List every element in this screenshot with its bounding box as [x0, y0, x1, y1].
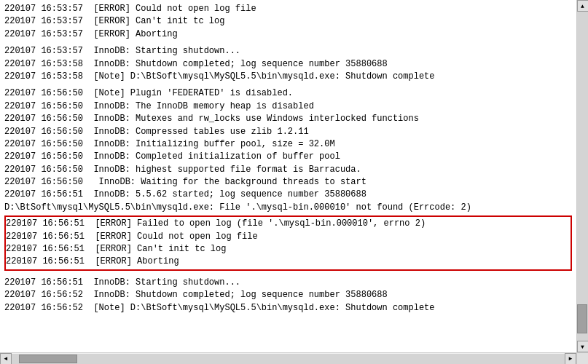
log-line-8: 220107 16:56:50 InnoDB: The InnoDB memor… — [4, 100, 572, 113]
scrollbar-corner — [576, 353, 588, 365]
log-line-10: 220107 16:56:50 InnoDB: Compressed table… — [4, 126, 572, 138]
scroll-up-button[interactable]: ▲ — [577, 0, 589, 12]
scroll-left-button[interactable]: ◄ — [0, 353, 12, 365]
terminal-container: 220107 16:53:57 [ERROR] Could not open l… — [0, 0, 588, 352]
log-line-4: 220107 16:53:57 InnoDB: Starting shutdow… — [4, 45, 572, 58]
scroll-track-v[interactable] — [577, 12, 588, 341]
log-line-1: 220107 16:53:57 [ERROR] Could not open l… — [4, 3, 572, 15]
log-line-9: 220107 16:56:50 InnoDB: Mutexes and rw_l… — [4, 113, 572, 125]
log-line-7: 220107 16:56:50 [Note] Plugin 'FEDERATED… — [4, 87, 572, 100]
bottom-scrollbar-bar: ◄ ► — [0, 352, 588, 364]
log-line-17: 220107 16:56:51 InnoDB: Starting shutdow… — [4, 277, 572, 289]
log-line-16: D:\BtSoft\mysql\MySQL5.5\bin\mysqld.exe:… — [4, 202, 572, 214]
scroll-down-button[interactable]: ▼ — [577, 341, 589, 352]
log-line-5: 220107 16:53:58 InnoDB: Shutdown complet… — [4, 58, 572, 71]
error-line-3: 220107 16:56:51 [ERROR] Can't init tc lo… — [6, 243, 571, 256]
scroll-thumb-v[interactable] — [577, 304, 587, 333]
vertical-scrollbar[interactable]: ▲ ▼ — [576, 0, 588, 352]
scroll-track-h[interactable] — [12, 354, 565, 364]
error-highlight-box: 220107 16:56:51 [ERROR] Failed to open l… — [4, 215, 572, 271]
error-line-1: 220107 16:56:51 [ERROR] Failed to open l… — [6, 218, 571, 230]
log-line-3: 220107 16:53:57 [ERROR] Aborting — [4, 28, 572, 41]
log-line-15: 220107 16:56:51 InnoDB: 5.5.62 started; … — [4, 189, 572, 201]
error-line-2: 220107 16:56:51 [ERROR] Could not open l… — [6, 231, 571, 243]
log-line-12: 220107 16:56:50 InnoDB: Completed initia… — [4, 151, 572, 163]
log-line-14: 220107 16:56:50 InnoDB: Waiting for the … — [4, 176, 572, 189]
scroll-thumb-h[interactable] — [19, 355, 77, 363]
log-line-13: 220107 16:56:50 InnoDB: highest supporte… — [4, 164, 572, 176]
log-line-11: 220107 16:56:50 InnoDB: Initializing buf… — [4, 138, 572, 151]
log-line-19: 220107 16:56:52 [Note] D:\BtSoft\mysql\M… — [4, 302, 572, 314]
log-content: 220107 16:53:57 [ERROR] Could not open l… — [0, 0, 576, 352]
log-line-6: 220107 16:53:58 [Note] D:\BtSoft\mysql\M… — [4, 71, 572, 83]
log-line-18: 220107 16:56:52 InnoDB: Shutdown complet… — [4, 289, 572, 301]
scroll-right-button[interactable]: ► — [565, 353, 576, 365]
error-line-4: 220107 16:56:51 [ERROR] Aborting — [6, 256, 571, 268]
log-line-2: 220107 16:53:57 [ERROR] Can't init tc lo… — [4, 15, 572, 28]
